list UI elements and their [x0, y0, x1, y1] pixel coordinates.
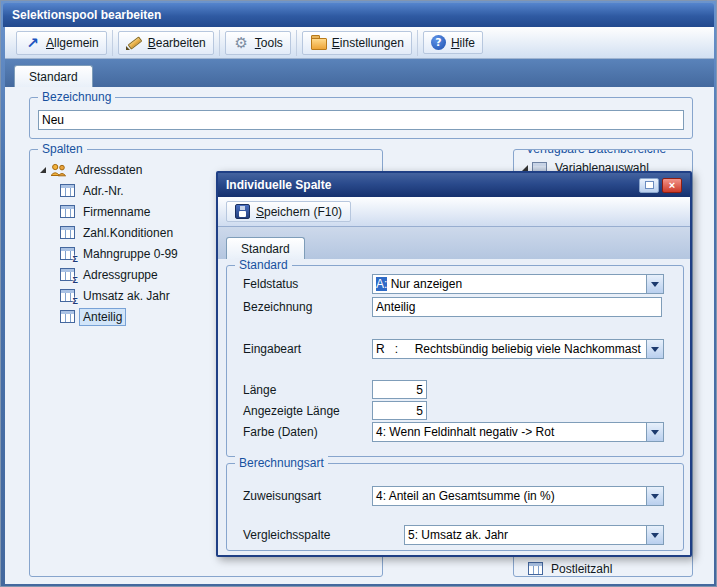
toolbar-button[interactable]: Hilfe — [423, 31, 483, 54]
toolbar-button-label: Allgemein — [46, 36, 99, 50]
toolbar-item: Einstellungen — [297, 30, 418, 56]
toolbar-item: Tools — [220, 30, 297, 56]
farbe-label: Farbe (Daten) — [243, 425, 318, 439]
toolbar-button[interactable]: Tools — [225, 31, 291, 55]
dropdown-arrow-icon[interactable] — [646, 275, 663, 293]
save-button[interactable]: Speichern (F10) — [226, 201, 351, 222]
expanded-triangle-icon[interactable] — [522, 165, 528, 171]
bezeichnung-group: Bezeichnung — [29, 97, 693, 139]
eingabeart-label: Eingabeart — [243, 342, 301, 356]
toolbar-button-label: Bearbeiten — [148, 36, 206, 50]
feldstatus-value: A: Nur anzeigen — [373, 275, 646, 293]
dialog-title: Individuelle Spalte — [226, 178, 331, 192]
dialog-window-buttons — [636, 178, 682, 193]
column-icon — [528, 562, 543, 575]
save-icon — [235, 204, 250, 219]
tree-item-label: Adressgruppe — [80, 267, 161, 283]
bezeichnung-label: Bezeichnung — [243, 300, 312, 314]
hilfe-icon — [431, 35, 446, 50]
tree-item-label: Firmenname — [80, 204, 153, 220]
tree-item-label: Postleitzahl — [548, 561, 615, 577]
tab-label: Standard — [29, 70, 78, 84]
tab-standard[interactable]: Standard — [14, 65, 93, 87]
zuweisungsart-label: Zuweisungsart — [243, 489, 321, 503]
dropdown-arrow-icon[interactable] — [646, 423, 663, 441]
vergleichsspalte-label: Vergleichsspalte — [243, 528, 330, 542]
bearbeiten-icon — [126, 35, 143, 51]
column-sigma-icon — [60, 289, 75, 302]
angezeigte-laenge-label: Angezeigte Länge — [243, 404, 340, 418]
farbe-value: 4: Wenn Feldinhalt negativ -> Rot — [373, 423, 646, 441]
dialog-toolbar: Speichern (F10) — [218, 197, 690, 227]
save-button-label: Speichern (F10) — [256, 205, 342, 219]
dialog-standard-group: Standard Feldstatus A: Nur anzeigen Beze… — [226, 265, 684, 457]
tree-item-label: Adr.-Nr. — [80, 183, 127, 199]
tree-item-label: Anteilig — [80, 309, 125, 325]
group-label: Standard — [235, 258, 292, 272]
column-sigma-icon — [60, 247, 75, 260]
expanded-triangle-icon[interactable] — [40, 167, 46, 173]
allgemein-icon — [24, 35, 41, 51]
tree-item-label: Mahngruppe 0-99 — [80, 246, 181, 262]
addresses-people-icon — [50, 163, 67, 177]
dialog-tabstrip: Standard — [218, 227, 690, 259]
column-icon — [60, 184, 75, 197]
toolbar-item: Hilfe — [418, 30, 488, 56]
dropdown-arrow-icon[interactable] — [646, 340, 663, 358]
group-label: Bezeichnung — [38, 90, 115, 104]
bezeichnung-input[interactable] — [38, 110, 684, 130]
dialog-berechnungsart-group: Berechnungsart Zuweisungsart 4: Anteil a… — [226, 463, 684, 551]
tree-item-postleitzahl[interactable]: Postleitzahl — [528, 558, 615, 577]
zuweisungsart-select[interactable]: 4: Anteil an Gesamtsumme (in %) — [372, 486, 664, 506]
toolbar-button[interactable]: Einstellungen — [302, 31, 412, 55]
laenge-input[interactable] — [372, 380, 427, 399]
vergleichsspalte-select[interactable]: 5: Umsatz ak. Jahr — [404, 525, 664, 545]
individuelle-spalte-dialog: Individuelle Spalte Speichern (F10) Stan… — [216, 171, 692, 557]
toolbar-button-label: Tools — [255, 36, 283, 50]
main-window-title: Selektionspool bearbeiten — [12, 8, 161, 22]
main-tabstrip: Standard — [5, 59, 714, 87]
column-sigma-icon — [60, 268, 75, 281]
close-button[interactable] — [662, 178, 682, 193]
toolbar-item: Bearbeiten — [113, 30, 220, 56]
restore-button[interactable] — [639, 178, 659, 193]
group-label: Berechnungsart — [235, 456, 328, 470]
tree-item-label: Umsatz ak. Jahr — [80, 288, 173, 304]
vergleichsspalte-value: 5: Umsatz ak. Jahr — [405, 526, 646, 544]
dialog-titlebar[interactable]: Individuelle Spalte — [218, 173, 690, 197]
tab-label: Standard — [241, 242, 290, 256]
dropdown-arrow-icon[interactable] — [646, 526, 663, 544]
eingabeart-value: R : Rechtsbündig beliebig viele Nachkomm… — [373, 340, 646, 358]
tools-icon — [233, 35, 250, 51]
toolbar-button[interactable]: Bearbeiten — [118, 31, 214, 55]
tree-item-label: Adressdaten — [72, 162, 145, 178]
feldstatus-select[interactable]: A: Nur anzeigen — [372, 274, 664, 294]
zuweisungsart-value: 4: Anteil an Gesamtsumme (in %) — [373, 487, 646, 505]
column-icon — [60, 205, 75, 218]
main-titlebar[interactable]: Selektionspool bearbeiten — [3, 3, 714, 27]
dialog-bezeichnung-input[interactable] — [372, 297, 662, 317]
dropdown-arrow-icon[interactable] — [646, 487, 663, 505]
toolbar-item: Allgemein — [11, 30, 113, 56]
group-label: Spalten — [38, 142, 87, 156]
dialog-panel: Standard Feldstatus A: Nur anzeigen Beze… — [218, 259, 690, 555]
main-window: Selektionspool bearbeiten Allgemein Bear… — [0, 0, 717, 587]
column-icon — [60, 310, 75, 323]
toolbar-button[interactable]: Allgemein — [16, 31, 107, 55]
group-label: Verfügbare Datenbereiche — [522, 149, 670, 156]
angezeigte-laenge-input[interactable] — [372, 401, 427, 420]
farbe-select[interactable]: 4: Wenn Feldinhalt negativ -> Rot — [372, 422, 664, 442]
dialog-tab-standard[interactable]: Standard — [226, 237, 305, 259]
column-icon — [60, 226, 75, 239]
laenge-label: Länge — [243, 383, 276, 397]
eingabeart-select[interactable]: R : Rechtsbündig beliebig viele Nachkomm… — [372, 339, 664, 359]
einstellungen-icon — [310, 35, 327, 51]
feldstatus-label: Feldstatus — [243, 277, 298, 291]
toolbar-button-label: Einstellungen — [332, 36, 404, 50]
tree-item-label: Zahl.Konditionen — [80, 225, 176, 241]
main-toolbar: Allgemein Bearbeiten Tools — [5, 27, 714, 59]
toolbar-button-label: Hilfe — [451, 36, 475, 50]
